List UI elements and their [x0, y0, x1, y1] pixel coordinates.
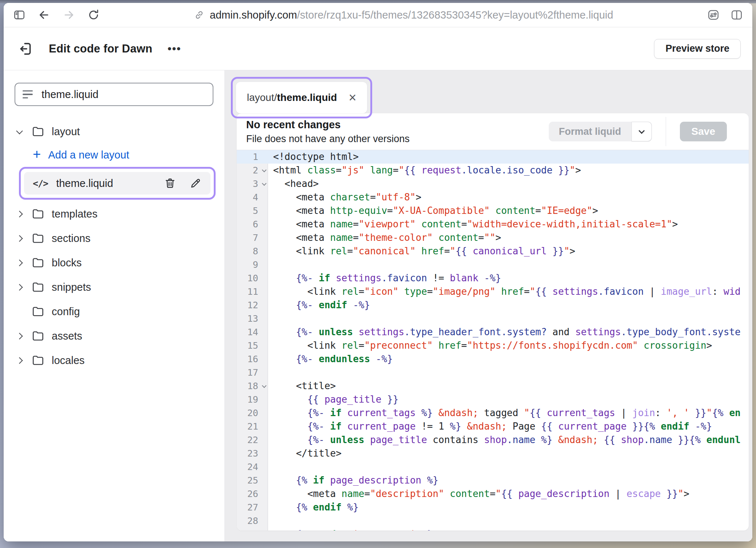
- chevron-down-icon[interactable]: [16, 128, 23, 134]
- code-line-content: {%- unless page_title contains shop.name…: [268, 433, 741, 447]
- sidebar-folder-assets[interactable]: assets: [15, 326, 213, 346]
- folder-label: templates: [52, 208, 98, 220]
- format-liquid-label[interactable]: Format liquid: [549, 122, 631, 141]
- code-line-content: [268, 258, 273, 271]
- code-row: 6 <meta name="viewport" content="width=d…: [237, 218, 749, 231]
- page-settings-icon[interactable]: [707, 9, 720, 21]
- plus-icon: +: [33, 147, 41, 161]
- folder-icon: [31, 207, 44, 220]
- sidebar-folder-config[interactable]: config: [15, 301, 213, 322]
- forward-icon[interactable]: [63, 9, 75, 21]
- editor-panel: layout/theme.liquid × No recent changes …: [224, 70, 752, 541]
- line-number: 22: [237, 433, 268, 447]
- fold-chevron-icon[interactable]: [262, 383, 267, 388]
- chevron-right-icon[interactable]: [16, 284, 23, 290]
- code-line-content: <head>: [268, 177, 319, 191]
- folder-icon: [31, 329, 44, 342]
- code-line-content: {%- if current_page != 1 %} &ndash; Page…: [268, 420, 712, 433]
- browser-window: admin.shopify.com/store/rzq1xu-f5/themes…: [4, 3, 752, 541]
- editor-card: No recent changes File does not have any…: [237, 113, 749, 531]
- save-button[interactable]: Save: [680, 122, 727, 141]
- line-number: 17: [237, 366, 268, 379]
- folder-icon: [31, 305, 44, 318]
- code-row: 8 <link rel="canonical" href="{{ canonic…: [237, 244, 749, 258]
- folder-icon: [31, 232, 44, 245]
- code-editor[interactable]: 1 <!doctype html> 2 <html class="js" lan…: [237, 150, 749, 531]
- sidebar-folder-blocks[interactable]: blocks: [15, 253, 213, 273]
- chevron-right-icon[interactable]: [16, 211, 23, 217]
- tab-label: layout/theme.liquid: [247, 92, 337, 103]
- back-icon[interactable]: [38, 9, 50, 21]
- search-input[interactable]: [41, 88, 205, 101]
- sidebar-folder-templates[interactable]: templates: [15, 204, 213, 224]
- address-bar[interactable]: admin.shopify.com/store/rzq1xu-f5/themes…: [100, 9, 707, 21]
- close-icon[interactable]: ×: [349, 91, 356, 104]
- chevron-right-icon[interactable]: [16, 235, 23, 242]
- sidebar-folder-snippets[interactable]: snippets: [15, 277, 213, 297]
- code-line-content: {%- unless settings.type_header_font.sys…: [268, 325, 741, 339]
- code-row: 1 <!doctype html>: [237, 150, 749, 164]
- code-line-content: <meta name="description" content="{{ pag…: [268, 487, 689, 501]
- sidebar-folder-sections[interactable]: sections: [15, 228, 213, 248]
- fold-chevron-icon[interactable]: [262, 168, 267, 172]
- url-text: admin.shopify.com/store/rzq1xu-f5/themes…: [210, 9, 613, 21]
- line-number: 29: [237, 528, 268, 531]
- code-line-content: <meta name="viewport" content="width=dev…: [268, 218, 678, 231]
- split-view-icon[interactable]: [731, 9, 743, 21]
- code-line-content: {%- if settings.favicon != blank -%}: [268, 271, 501, 285]
- folder-label: snippets: [52, 281, 91, 293]
- code-row: 27 {% endif %}: [237, 501, 749, 514]
- file-search-box[interactable]: [15, 83, 213, 106]
- add-layout-button[interactable]: + Add a new layout: [33, 146, 213, 164]
- line-number: 16: [237, 352, 268, 366]
- code-row: 15 <link rel="preconnect" href="https://…: [237, 339, 749, 352]
- folder-label: sections: [52, 232, 90, 244]
- pencil-icon[interactable]: [189, 177, 202, 189]
- exit-editor-button[interactable]: [18, 40, 35, 57]
- code-row: 3 <head>: [237, 177, 749, 191]
- annotation-highlight-sidebar: </> theme.liquid: [19, 167, 216, 200]
- code-row: 25 {% if page_description %}: [237, 474, 749, 487]
- exit-icon: [18, 40, 35, 57]
- code-line-content: {%- if current_tags %} &ndash; tagged "{…: [268, 406, 741, 420]
- chevron-right-icon[interactable]: [16, 333, 23, 339]
- code-line-content: {% if page_description %}: [268, 474, 438, 487]
- fold-chevron-icon[interactable]: [262, 181, 267, 186]
- line-number: 8: [237, 244, 268, 258]
- sidebar-toggle-icon[interactable]: [13, 9, 25, 21]
- code-line-content: [268, 366, 273, 379]
- code-line-content: <link rel="icon" type="image/png" href="…: [268, 285, 741, 298]
- reload-icon[interactable]: [87, 9, 100, 21]
- preview-store-button[interactable]: Preview store: [654, 39, 741, 59]
- more-actions-button[interactable]: •••: [168, 43, 181, 55]
- folder-label: assets: [52, 330, 82, 342]
- code-row: 24: [237, 460, 749, 474]
- chevron-right-icon[interactable]: [16, 357, 23, 364]
- format-liquid-button[interactable]: Format liquid: [549, 122, 652, 141]
- url-path: /store/rzq1xu-f5/themes/132683530345?key…: [297, 9, 613, 21]
- code-line-content: <meta name="theme-color" content="">: [268, 231, 501, 244]
- line-number: 4: [237, 191, 268, 204]
- status-title: No recent changes: [246, 119, 410, 131]
- sidebar-folder-layout[interactable]: layout: [15, 121, 213, 142]
- format-dropdown-button[interactable]: [631, 122, 652, 141]
- line-number: 14: [237, 325, 268, 339]
- line-number: 1: [237, 150, 268, 164]
- code-row: 12 {%- endif -%}: [237, 298, 749, 312]
- file-item-theme-liquid[interactable]: </> theme.liquid: [24, 172, 210, 195]
- line-number: 13: [237, 312, 268, 325]
- tab-layout-theme-liquid[interactable]: layout/theme.liquid ×: [236, 82, 367, 113]
- folder-icon: [31, 281, 44, 294]
- sidebar-folder-locales[interactable]: locales: [15, 350, 213, 371]
- line-number: 2: [237, 164, 268, 177]
- editor-card-header: No recent changes File does not have any…: [237, 113, 749, 150]
- tab-dir: layout/: [247, 92, 277, 103]
- line-number: 18: [237, 379, 268, 393]
- chevron-right-icon[interactable]: [16, 259, 23, 266]
- folder-list: templates sections blocks snippets confi…: [15, 204, 213, 371]
- code-line-content: {% endif %}: [268, 501, 359, 514]
- line-number: 19: [237, 393, 268, 406]
- code-line-content: {% render 'meta-tags' %}: [268, 528, 433, 531]
- trash-icon[interactable]: [164, 177, 176, 189]
- code-line-content: <meta charset="utf-8">: [268, 191, 421, 204]
